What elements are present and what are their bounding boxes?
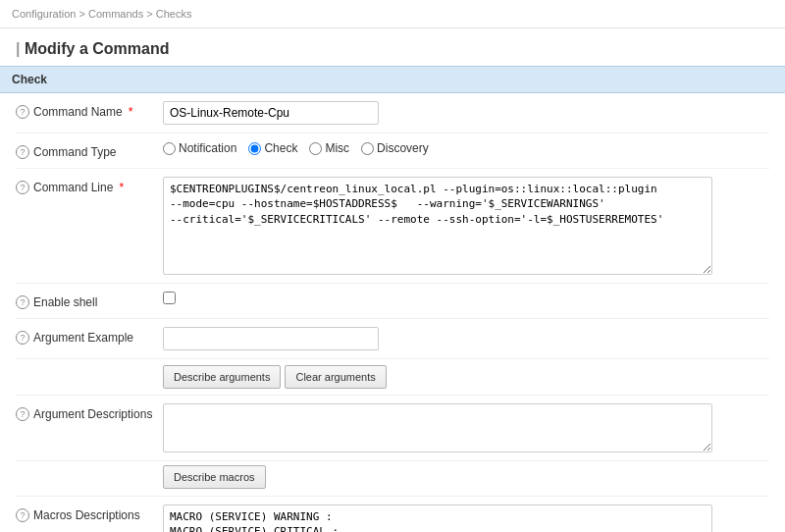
enable-shell-field [163,292,769,304]
command-type-label: ? Command Type [16,141,163,159]
macros-descriptions-row: ? Macros Descriptions [16,497,769,532]
describe-macros-button[interactable]: Describe macros [163,465,266,489]
command-line-row: ? Command Line * [16,169,769,284]
radio-notification-input[interactable] [163,142,176,155]
radio-notification[interactable]: Notification [163,141,236,155]
argument-descriptions-row: ? Argument Descriptions [16,396,769,461]
command-name-help-icon[interactable]: ? [16,105,29,119]
enable-shell-row: ? Enable shell [16,284,769,319]
section-header: Check [0,66,785,93]
radio-discovery-input[interactable] [361,142,374,155]
radio-misc-input[interactable] [309,142,322,155]
command-line-field [163,177,769,275]
breadcrumb-commands[interactable]: Commands [88,8,143,20]
command-name-field [163,101,769,125]
arguments-buttons-row: Describe arguments Clear arguments [16,359,769,396]
radio-check-input[interactable] [248,142,261,155]
command-line-textarea[interactable] [163,177,712,275]
radio-discovery[interactable]: Discovery [361,141,429,155]
command-line-help-icon[interactable]: ? [16,181,29,194]
command-type-row: ? Command Type Notification Check Misc D… [16,133,769,169]
describe-macros-button-row: Describe macros [16,461,769,497]
macros-descriptions-textarea[interactable] [163,505,712,532]
command-name-input[interactable] [163,101,379,125]
argument-descriptions-help-icon[interactable]: ? [16,407,29,421]
argument-descriptions-textarea[interactable] [163,403,712,452]
breadcrumb-sep2: > [146,8,155,20]
argument-example-label: ? Argument Example [16,327,163,345]
argument-descriptions-field [163,403,769,452]
breadcrumb: Configuration > Commands > Checks [0,0,785,28]
clear-arguments-button[interactable]: Clear arguments [285,365,386,389]
enable-shell-label: ? Enable shell [16,292,163,309]
radio-check[interactable]: Check [248,141,297,155]
command-type-field: Notification Check Misc Discovery [163,141,769,155]
macros-descriptions-help-icon[interactable]: ? [16,508,29,522]
argument-example-input[interactable] [163,327,379,350]
breadcrumb-sep1: > [79,8,88,20]
radio-misc[interactable]: Misc [309,141,349,155]
enable-shell-checkbox[interactable] [163,292,176,304]
argument-example-help-icon[interactable]: ? [16,331,29,345]
argument-descriptions-label: ? Argument Descriptions [16,403,163,421]
form-container: ? Command Name * ? Command Type Notifica… [0,93,785,532]
command-name-row: ? Command Name * [16,93,769,133]
macros-descriptions-label: ? Macros Descriptions [16,505,163,522]
arguments-buttons-field: Describe arguments Clear arguments [163,365,769,389]
arguments-buttons-spacer [16,365,163,369]
page-title: Modify a Command [0,28,785,66]
argument-example-row: ? Argument Example [16,319,769,359]
macros-descriptions-field [163,505,769,532]
command-line-label: ? Command Line * [16,177,163,194]
describe-arguments-button[interactable]: Describe arguments [163,365,281,389]
describe-macros-spacer [16,465,163,469]
command-type-help-icon[interactable]: ? [16,145,29,159]
breadcrumb-checks: Checks [156,8,192,20]
describe-macros-button-field: Describe macros [163,465,769,489]
command-name-label: ? Command Name * [16,101,163,119]
breadcrumb-config[interactable]: Configuration [12,8,76,20]
enable-shell-help-icon[interactable]: ? [16,295,29,309]
argument-example-field [163,327,769,350]
